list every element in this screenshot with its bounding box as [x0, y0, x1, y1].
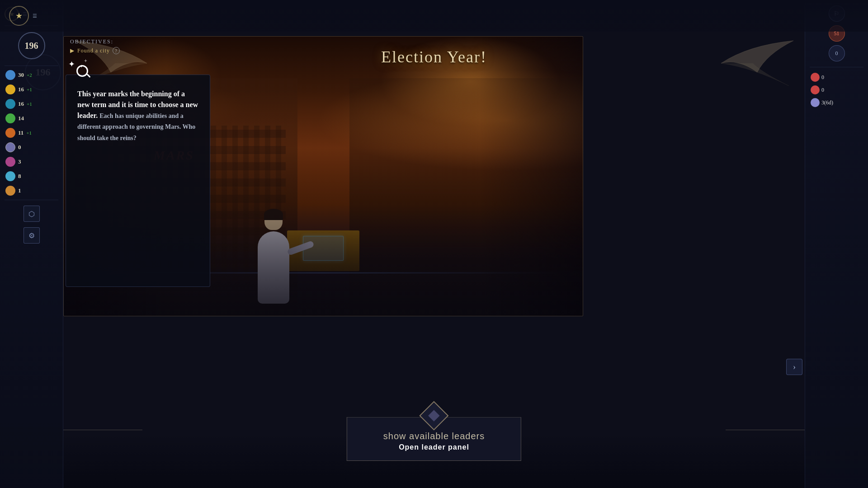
arrow-right-icon: ›: [793, 362, 796, 372]
resource-row-plants: 14: [0, 111, 63, 126]
right-res-val-1: 0: [821, 74, 824, 81]
oxygen-delta: +2: [27, 72, 32, 78]
sparkle-mid-icon: +: [84, 58, 87, 65]
right-res-val-2: 0: [821, 87, 824, 94]
resource-row-energy: 16 +1: [0, 82, 63, 97]
diamond-inner: [428, 410, 439, 421]
plants-value: 14: [18, 115, 24, 122]
water-icon: [5, 99, 15, 109]
action-label: show available leaders: [383, 431, 485, 441]
settings-icon[interactable]: ⚙: [24, 227, 40, 244]
panel-icon-area: ✦ ✦ +: [73, 61, 85, 75]
arrow-right-button[interactable]: ›: [786, 359, 802, 375]
water-value: 16: [18, 100, 24, 108]
right-res-1: 0: [809, 71, 864, 84]
colonists-value: 0: [18, 144, 21, 151]
right-res-icon-3: [811, 98, 820, 107]
fuel-icon: [5, 186, 15, 196]
objective-label: Found a city: [77, 47, 110, 54]
resource-row-fuel: 1: [0, 183, 63, 198]
morale-icon: [5, 157, 15, 167]
top-bar: ★ ☰: [0, 0, 868, 32]
plants-icon: [5, 113, 15, 123]
colonists-icon: [5, 142, 15, 152]
objective-item: ▶ Found a city ?: [70, 47, 120, 54]
right-res-val-3: 3(6d): [821, 99, 833, 106]
right-sidebar: ⚐ 51 0 0 0 3(6d) ›: [805, 0, 868, 488]
energy-value: 16: [18, 86, 24, 93]
action-sublabel: Open leader panel: [383, 443, 485, 451]
objective-info-icon[interactable]: ?: [113, 47, 120, 54]
divider-3: [5, 200, 58, 200]
magnify-icon: [73, 61, 85, 75]
top-label: ☰: [33, 13, 37, 19]
oxygen-value: 30: [18, 71, 24, 79]
sidebar-settings-btn[interactable]: ⚙: [0, 225, 63, 245]
diamond-decoration: [419, 401, 448, 430]
resource-row-colonists: 0: [0, 140, 63, 155]
morale-value: 3: [18, 158, 21, 165]
food-value: 11: [18, 129, 24, 136]
resource-row-morale: 3: [0, 155, 63, 169]
research-icon: [5, 171, 15, 181]
resource-row-food: 11 +1: [0, 126, 63, 140]
right-res-icon-2: [811, 85, 820, 94]
resource-row-oxygen: 30 +2: [0, 68, 63, 82]
wing-right-decoration: [712, 36, 802, 90]
right-resources: 0 0 3(6d): [805, 67, 868, 113]
sidebar-action-btn[interactable]: ⬡: [0, 202, 63, 225]
button-line-left: [63, 430, 142, 430]
action-area: show available leaders Open leader panel: [347, 405, 521, 461]
right-res-icon-1: [811, 73, 820, 82]
fuel-value: 1: [18, 187, 21, 194]
main-counter: 196: [25, 41, 38, 51]
food-delta: +1: [26, 130, 32, 136]
food-icon: [5, 128, 15, 138]
energy-delta: +1: [27, 87, 32, 92]
energy-icon: [5, 84, 15, 94]
cube-icon[interactable]: ⬡: [24, 206, 40, 222]
right-res-2: 0: [809, 84, 864, 96]
sidebar-counter: 196: [0, 28, 63, 64]
right-icon-2[interactable]: 0: [829, 45, 845, 61]
resource-row-research: 8: [0, 169, 63, 183]
water-delta: +1: [27, 101, 32, 107]
button-line-right: [726, 430, 805, 430]
objective-arrow: ▶: [70, 47, 75, 54]
oxygen-icon: [5, 70, 15, 80]
top-logo-button[interactable]: ★: [9, 6, 29, 26]
info-panel: ✦ ✦ + This year marks the beginning of a…: [66, 75, 210, 287]
event-title: Election Year!: [381, 47, 487, 66]
info-description-bold: This year marks the beginning of a new t…: [77, 89, 198, 143]
objectives-panel: Objectives: ▶ Found a city ?: [70, 38, 120, 54]
research-value: 8: [18, 173, 21, 180]
resource-row-water: 16 +1: [0, 97, 63, 111]
objectives-title: Objectives:: [70, 38, 120, 45]
right-res-3: 3(6d): [809, 96, 864, 109]
left-sidebar: ★ ☰ 196 30 +2 16 +1 16 +1 14 11 +1 0: [0, 0, 63, 488]
divider-2: [5, 66, 58, 66]
logo-star-icon: ★: [15, 11, 23, 21]
